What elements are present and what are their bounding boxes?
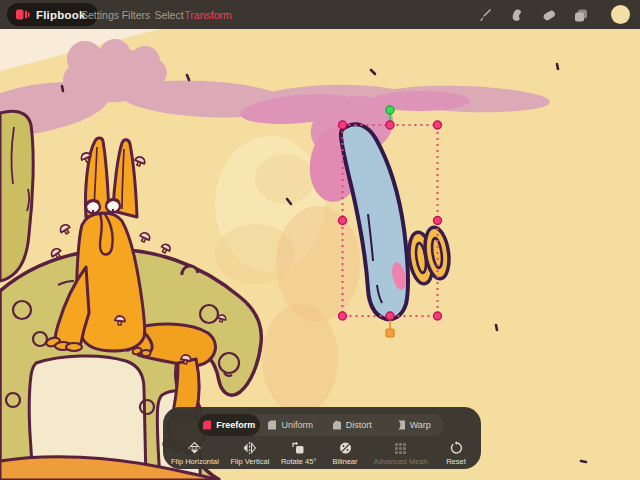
menu-filters[interactable]: Filters xyxy=(123,0,149,29)
eraser-icon xyxy=(540,6,558,24)
rotate-45-button[interactable]: Rotate 45° xyxy=(281,441,317,467)
reset-icon xyxy=(449,441,464,455)
layers-tool-button[interactable] xyxy=(568,0,594,29)
advanced-mesh-button[interactable]: Advanced Mesh xyxy=(374,441,428,467)
reset-button[interactable]: Reset xyxy=(439,441,473,467)
freeform-icon xyxy=(202,420,212,430)
flip-vertical-icon xyxy=(242,441,257,455)
uniform-icon xyxy=(267,420,277,430)
smudge-tool-button[interactable] xyxy=(504,0,530,29)
menu-settings[interactable]: Settings xyxy=(84,0,116,29)
color-tool-button[interactable] xyxy=(606,0,634,29)
flip-horizontal-icon xyxy=(187,441,202,455)
mode-freeform[interactable]: Freeform xyxy=(198,414,260,436)
warp-icon xyxy=(396,420,406,430)
brush-icon xyxy=(476,6,494,24)
bilinear-icon xyxy=(338,441,353,455)
transform-toolbar: Freeform Uniform Distort Warp xyxy=(163,407,481,469)
layers-icon xyxy=(572,6,590,24)
menu-transform[interactable]: Transform xyxy=(189,0,227,29)
distort-icon xyxy=(332,420,342,430)
rotate-handle[interactable] xyxy=(386,106,394,114)
transform-mode-segments: Freeform Uniform Distort Warp xyxy=(198,414,444,436)
bilinear-button[interactable]: Bilinear xyxy=(328,441,362,467)
mode-distort[interactable]: Distort xyxy=(321,414,383,436)
advanced-mesh-icon xyxy=(393,441,408,455)
pivot-handle[interactable] xyxy=(386,329,394,337)
app-title: Flipbook xyxy=(36,9,86,21)
mode-uniform[interactable]: Uniform xyxy=(260,414,322,436)
menu-select[interactable]: Select xyxy=(156,0,182,29)
smudge-icon xyxy=(508,6,526,24)
brush-tool-button[interactable] xyxy=(472,0,498,29)
rotate-45-icon xyxy=(291,441,306,455)
eraser-tool-button[interactable] xyxy=(536,0,562,29)
flip-vertical-button[interactable]: Flip Vertical xyxy=(231,441,270,467)
title-bar: Flipbook Settings Filters Select Transfo… xyxy=(0,0,640,29)
mode-warp[interactable]: Warp xyxy=(383,414,445,436)
flip-horizontal-button[interactable]: Flip Horizontal xyxy=(171,441,219,467)
flipbook-logo-icon xyxy=(16,8,30,21)
transform-actions-row: Flip Horizontal Flip Vertical Rotate 45° xyxy=(171,441,473,467)
color-swatch xyxy=(611,5,630,24)
